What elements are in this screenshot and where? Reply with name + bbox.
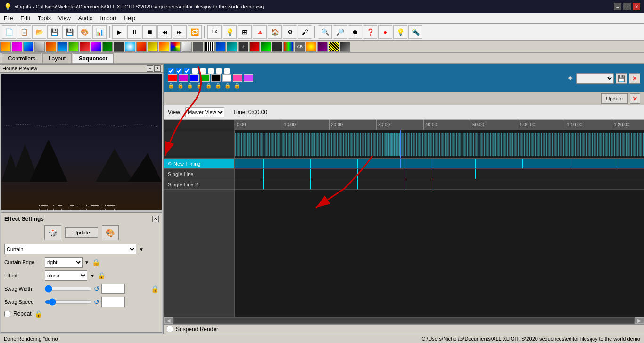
effect-item-17[interactable]	[182, 42, 192, 52]
effect-item-8[interactable]	[80, 42, 90, 52]
effect-item-13[interactable]	[136, 42, 147, 52]
pause-button[interactable]: ⏸	[127, 25, 141, 39]
color-check-6[interactable]	[208, 68, 214, 74]
stop-button[interactable]: ⏹	[142, 25, 157, 39]
color-check-4[interactable]	[192, 68, 198, 74]
effect-item-28[interactable]	[306, 42, 316, 52]
close-button[interactable]: ✕	[633, 3, 640, 10]
house-button[interactable]: 🏠	[268, 25, 282, 39]
play-button[interactable]: ▶	[112, 25, 126, 39]
seq-preset-dropdown[interactable]	[576, 73, 614, 84]
swag-width-refresh-icon[interactable]: ↺	[94, 285, 99, 293]
effect-type-select[interactable]: Curtain	[4, 244, 136, 254]
search2-button[interactable]: 🔎	[333, 25, 347, 39]
light-button[interactable]: 💡	[393, 25, 407, 39]
effect-item-10[interactable]	[102, 42, 113, 52]
lock-5-icon[interactable]: 🔒	[206, 83, 212, 89]
minimize-button[interactable]: –	[614, 3, 621, 10]
track-label-new-timing[interactable]: ⊙ New Timing	[164, 159, 234, 169]
lights-button[interactable]: 💡	[223, 25, 237, 39]
fastforward-button[interactable]: ⏭	[173, 25, 187, 39]
effect-item-24[interactable]	[261, 42, 271, 52]
track-label-single-line-2[interactable]: Single Line-2	[164, 179, 234, 190]
suspend-render-checkbox[interactable]	[167, 326, 173, 332]
red-button[interactable]: ●	[378, 25, 392, 39]
effect-item-11[interactable]	[114, 42, 124, 52]
save-as-button[interactable]: 💾	[62, 25, 76, 39]
maximize-button[interactable]: □	[623, 3, 631, 10]
model-button[interactable]: 🔺	[253, 25, 267, 39]
update-main-button[interactable]: Update	[601, 93, 628, 104]
save-button[interactable]: 💾	[47, 25, 61, 39]
open-button[interactable]: 📂	[32, 25, 46, 39]
scroll-left-btn[interactable]: ◀	[164, 317, 173, 324]
house-preview-min[interactable]: –	[147, 65, 153, 72]
swag-speed-refresh-icon[interactable]: ↺	[94, 298, 99, 306]
color-swatch-magenta[interactable]	[179, 74, 188, 82]
effect-item-19[interactable]	[204, 42, 215, 52]
swag-width-input[interactable]: 0	[101, 284, 125, 294]
grid-button[interactable]: ⊞	[238, 25, 252, 39]
menu-tools[interactable]: Tools	[34, 14, 55, 23]
effect-item-27[interactable]: AB	[295, 42, 305, 52]
color-swatch-white[interactable]	[222, 74, 231, 82]
view-select[interactable]: Master View	[185, 107, 224, 117]
seq-x-button[interactable]: ✕	[629, 73, 640, 84]
bulb-button[interactable]: 🔦	[408, 25, 422, 39]
timeline-tracks[interactable]: 0:00 10.00 20.00 30.00 40.00 50.00 1:00.…	[235, 120, 644, 317]
scroll-row[interactable]: ◀ ▶	[164, 317, 644, 324]
lock-4-icon[interactable]: 🔒	[196, 83, 203, 89]
lock-8-icon[interactable]: 🔒	[234, 83, 240, 89]
record-button[interactable]: ⏺	[348, 25, 362, 39]
lock-6-icon[interactable]: 🔒	[215, 83, 222, 89]
menu-import[interactable]: Import	[97, 14, 120, 23]
menu-audio[interactable]: Audio	[74, 14, 97, 23]
effect-settings-close[interactable]: ✕	[152, 216, 159, 222]
tab-controllers[interactable]: Controllers	[2, 53, 41, 63]
track-row-single-line[interactable]	[235, 169, 644, 179]
scrollbar-track[interactable]	[174, 318, 634, 323]
effect-item-2[interactable]	[12, 42, 22, 52]
effect-item-23[interactable]	[249, 42, 260, 52]
swag-width-slider[interactable]	[45, 285, 92, 293]
effect-close-select[interactable]: close open	[45, 270, 87, 281]
lock-7-icon[interactable]: 🔒	[224, 83, 231, 89]
copy-button[interactable]: 📋	[17, 25, 31, 39]
swag-width-lock-icon[interactable]: 🔒	[151, 285, 159, 293]
color-check-2[interactable]	[176, 68, 182, 74]
lock-3-icon[interactable]: 🔒	[187, 83, 193, 89]
effect-item-12[interactable]	[125, 42, 135, 52]
effect-item-16[interactable]	[170, 42, 181, 52]
effect-item-7[interactable]	[68, 42, 79, 52]
menu-view[interactable]: View	[55, 14, 74, 23]
effect-item-30[interactable]	[329, 42, 339, 52]
effect-item-18[interactable]	[193, 42, 203, 52]
color-check-7[interactable]	[216, 68, 222, 74]
house-preview-controls[interactable]: – ✕	[147, 65, 161, 72]
color-swatch-black[interactable]	[211, 74, 221, 82]
render-button[interactable]: 🎨	[77, 25, 91, 39]
swag-speed-input[interactable]: 1.0	[101, 297, 125, 307]
help-button[interactable]: ❓	[363, 25, 377, 39]
color-swatch-green[interactable]	[200, 74, 210, 82]
dice-button[interactable]: 🎲	[44, 225, 61, 240]
menu-help[interactable]: Help	[120, 14, 140, 23]
color-swatch-red[interactable]	[168, 74, 177, 82]
effect-item-21[interactable]	[227, 42, 237, 52]
color-check-5[interactable]	[200, 68, 206, 74]
tab-sequencer[interactable]: Sequencer	[73, 53, 114, 63]
effect-item-26[interactable]	[283, 42, 294, 52]
effect-item-29[interactable]	[317, 42, 328, 52]
settings-button[interactable]: ⚙	[283, 25, 297, 39]
batch-button[interactable]: 📊	[92, 25, 107, 39]
curtain-edge-select[interactable]: right left top bottom center	[45, 257, 83, 268]
track-row-single-line-2[interactable]	[235, 179, 644, 190]
swag-speed-slider[interactable]	[45, 298, 92, 306]
color-check-8[interactable]	[224, 68, 230, 74]
effect-item-9[interactable]	[91, 42, 101, 52]
effect-item-25[interactable]	[272, 42, 282, 52]
color-check-1[interactable]	[168, 68, 174, 74]
track-row-new-timing[interactable]	[235, 159, 644, 169]
repeat-lock-icon[interactable]: 🔒	[34, 310, 42, 318]
effect-item-6[interactable]	[57, 42, 67, 52]
